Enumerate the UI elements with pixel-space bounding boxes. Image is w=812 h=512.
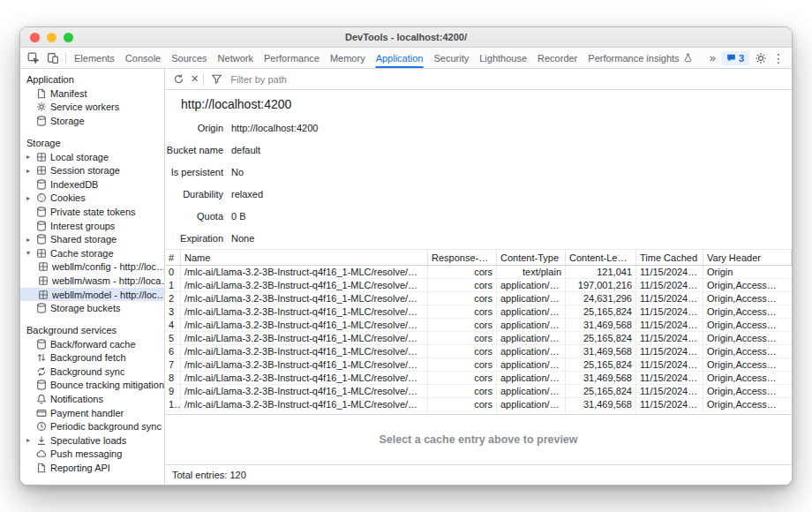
sidebar-item-manifest[interactable]: Manifest bbox=[20, 87, 164, 101]
tab-performance[interactable]: Performance bbox=[259, 48, 325, 68]
sidebar-section-background-services: Background services Back/forward cache B… bbox=[20, 323, 164, 475]
sidebar-item-shared-storage[interactable]: ▸ Shared storage bbox=[20, 232, 164, 246]
kebab-menu-icon[interactable]: ⋮ bbox=[772, 52, 785, 64]
table-row[interactable]: 4 /mlc-ai/Llama-3.2-3B-Instruct-q4f16_1-… bbox=[165, 319, 792, 332]
column-header-content-type[interactable]: Content-Type bbox=[497, 250, 566, 265]
sidebar-item-local-storage[interactable]: ▸ Local storage bbox=[20, 150, 164, 164]
titlebar: DevTools - localhost:4200/ bbox=[20, 27, 792, 48]
meta-row-durability: Durability relaxed bbox=[165, 183, 792, 205]
table-row[interactable]: 2 /mlc-ai/Llama-3.2-3B-Instruct-q4f16_1-… bbox=[165, 292, 792, 305]
toolbar-divider bbox=[65, 52, 66, 64]
sidebar-item-session-storage[interactable]: ▸ Session storage bbox=[20, 163, 164, 177]
tab-elements[interactable]: Elements bbox=[69, 48, 120, 68]
tab-label: Performance insights bbox=[588, 53, 679, 64]
column-header-name[interactable]: Name bbox=[181, 250, 428, 265]
table-row[interactable]: 1 /mlc-ai/Llama-3.2-3B-Instruct-q4f16_1-… bbox=[165, 279, 792, 292]
tab-sources[interactable]: Sources bbox=[166, 48, 212, 68]
sidebar-item-interest-groups[interactable]: Interest groups bbox=[20, 219, 164, 233]
sidebar-item-cache-webllm-config[interactable]: webllm/config - http://loc… bbox=[20, 260, 164, 275]
sidebar-item-back-forward-cache[interactable]: Back/forward cache bbox=[20, 337, 164, 351]
tab-memory[interactable]: Memory bbox=[325, 48, 371, 68]
tab-recorder[interactable]: Recorder bbox=[532, 48, 583, 68]
sidebar-item-bounce-tracking-mitigations[interactable]: Bounce tracking mitigations bbox=[20, 379, 164, 393]
table-cell: cors bbox=[428, 279, 497, 291]
sidebar-item-background-fetch[interactable]: Background fetch bbox=[20, 351, 164, 365]
filter-input[interactable] bbox=[229, 73, 423, 86]
minimize-window-button[interactable] bbox=[47, 33, 56, 42]
sidebar-item-notifications[interactable]: Notifications bbox=[20, 392, 164, 406]
table-cell: application/oc… bbox=[497, 332, 566, 344]
sidebar-item-reporting-api[interactable]: Reporting API bbox=[20, 461, 164, 475]
settings-gear-icon[interactable] bbox=[755, 52, 767, 64]
table-cell: Origin,Access… bbox=[703, 345, 792, 358]
table-cell: 11/15/2024, 10… bbox=[636, 332, 703, 344]
sidebar-item-push-messaging[interactable]: Push messaging bbox=[20, 448, 164, 462]
table-row[interactable]: 7 /mlc-ai/Llama-3.2-3B-Instruct-q4f16_1-… bbox=[165, 358, 792, 372]
table-row[interactable]: 6 /mlc-ai/Llama-3.2-3B-Instruct-q4f16_1-… bbox=[165, 345, 792, 358]
sidebar-item-service-workers[interactable]: Service workers bbox=[20, 101, 164, 115]
item-label: Cache storage bbox=[50, 248, 114, 259]
table-cell: 9 bbox=[165, 385, 181, 397]
sidebar-item-storage[interactable]: Storage bbox=[20, 114, 164, 128]
refresh-icon[interactable] bbox=[170, 72, 186, 87]
chevron-expanded-icon[interactable]: ▾ bbox=[26, 249, 35, 257]
column-header-vary-header[interactable]: Vary Header bbox=[703, 250, 792, 265]
tab-application[interactable]: Application bbox=[371, 48, 429, 68]
tab-network[interactable]: Network bbox=[213, 48, 259, 68]
table-row[interactable]: 9 /mlc-ai/Llama-3.2-3B-Instruct-q4f16_1-… bbox=[165, 385, 792, 398]
tab-console[interactable]: Console bbox=[120, 48, 166, 68]
close-window-button[interactable] bbox=[30, 33, 40, 42]
chevron-collapsed-icon[interactable]: ▸ bbox=[26, 153, 35, 161]
column-header-response-type[interactable]: Response-Type bbox=[428, 250, 497, 265]
chevron-collapsed-icon[interactable]: ▸ bbox=[26, 236, 35, 244]
cloud-icon bbox=[35, 448, 47, 460]
sidebar-item-cache-storage[interactable]: ▾ Cache storage bbox=[20, 246, 164, 260]
tab-performance-insights[interactable]: Performance insights bbox=[583, 48, 697, 68]
chevron-collapsed-icon[interactable]: ▸ bbox=[26, 167, 35, 175]
sidebar-item-cache-webllm-model[interactable]: webllm/model - http://loc… bbox=[20, 288, 164, 302]
table-row[interactable]: 8 /mlc-ai/Llama-3.2-3B-Instruct-q4f16_1-… bbox=[165, 372, 792, 385]
table-row[interactable]: 0 /mlc-ai/Llama-3.2-3B-Instruct-q4f16_1-… bbox=[165, 266, 792, 279]
total-entries-text: Total entries: 120 bbox=[172, 470, 246, 480]
tab-lighthouse[interactable]: Lighthouse bbox=[474, 48, 532, 68]
table-cell: Origin,Access… bbox=[703, 398, 792, 410]
tab-security[interactable]: Security bbox=[428, 48, 474, 68]
table-cell: 197,001,216 bbox=[566, 279, 636, 291]
zoom-window-button[interactable] bbox=[64, 33, 73, 42]
table-cell: 2 bbox=[165, 292, 181, 305]
meta-label: Is persistent bbox=[165, 167, 223, 177]
table-row[interactable]: 3 /mlc-ai/Llama-3.2-3B-Instruct-q4f16_1-… bbox=[165, 305, 792, 319]
filter-funnel-icon bbox=[208, 72, 224, 87]
sidebar-item-speculative-loads[interactable]: ▸ Speculative loads bbox=[20, 433, 164, 448]
chevron-collapsed-icon[interactable]: ▸ bbox=[26, 436, 35, 444]
table-cell: 25,165,824 bbox=[566, 358, 636, 371]
table-cell: 25,165,824 bbox=[566, 332, 636, 344]
column-header-time-cached[interactable]: Time Cached bbox=[636, 250, 703, 265]
sidebar-item-cache-webllm-wasm[interactable]: webllm/wasm - http://loca… bbox=[20, 274, 164, 288]
inspect-element-icon[interactable] bbox=[24, 48, 43, 68]
column-header-content-length[interactable]: Content-Length bbox=[566, 250, 636, 265]
preview-placeholder-text: Select a cache entry above to preview bbox=[379, 433, 577, 446]
sidebar-item-cookies[interactable]: ▸ Cookies bbox=[20, 192, 164, 206]
sidebar-item-payment-handler[interactable]: Payment handler bbox=[20, 406, 164, 420]
table-icon bbox=[35, 151, 47, 162]
sidebar-item-periodic-background-sync[interactable]: Periodic background sync bbox=[20, 419, 164, 433]
delete-selected-icon[interactable]: ✕ bbox=[191, 74, 199, 84]
device-toolbar-icon[interactable] bbox=[43, 48, 63, 68]
chevron-collapsed-icon[interactable]: ▸ bbox=[26, 194, 35, 202]
console-messages-badge[interactable]: 3 bbox=[721, 51, 749, 65]
item-label: Reporting API bbox=[50, 463, 110, 473]
tab-label: Performance bbox=[264, 53, 320, 64]
table-cell: 4 bbox=[165, 319, 181, 331]
sidebar-item-private-state-tokens[interactable]: Private state tokens bbox=[20, 205, 164, 219]
column-header-index[interactable]: # bbox=[165, 250, 181, 265]
table-row[interactable]: 5 /mlc-ai/Llama-3.2-3B-Instruct-q4f16_1-… bbox=[165, 332, 792, 345]
table-cell: cors bbox=[428, 345, 497, 358]
sidebar-item-indexeddb[interactable]: IndexedDB bbox=[20, 177, 164, 192]
sidebar-item-storage-buckets[interactable]: Storage buckets bbox=[20, 301, 164, 315]
meta-value: No bbox=[231, 167, 244, 177]
table-row[interactable]: 10 /mlc-ai/Llama-3.2-3B-Instruct-q4f16_1… bbox=[165, 398, 792, 411]
more-tabs-icon[interactable]: » bbox=[710, 52, 716, 64]
sync-arrows-icon bbox=[35, 365, 47, 377]
sidebar-item-background-sync[interactable]: Background sync bbox=[20, 365, 164, 379]
